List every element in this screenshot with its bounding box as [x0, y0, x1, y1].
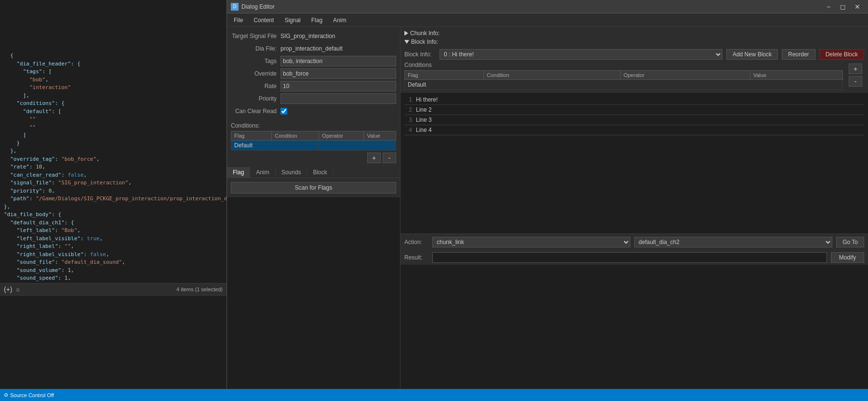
- menu-bar: File Content Signal Flag Anim: [227, 13, 868, 27]
- priority-row: Priority: [231, 93, 396, 104]
- code-editor-panel: { "dia_file_header": { "tags": [ "bob", …: [0, 0, 227, 401]
- priority-input[interactable]: [280, 93, 396, 104]
- tags-input[interactable]: [280, 56, 396, 66]
- signal-editor-panel: Target Signal File SIG_prop_interaction …: [227, 27, 401, 401]
- modify-button[interactable]: Modify: [831, 252, 864, 263]
- scan-for-flags-button[interactable]: Scan for Flags: [231, 182, 396, 194]
- chunk-info-header[interactable]: Chunk Info:: [404, 30, 864, 37]
- code-line: },: [4, 147, 223, 155]
- block-info-row: Block Info: 0 : Hi there! Add New Block …: [404, 47, 864, 62]
- can-clear-read-label: Can Clear Read: [231, 108, 277, 115]
- goto-button[interactable]: Go To: [836, 237, 864, 247]
- right-pm-buttons: + -: [847, 62, 864, 89]
- line-number-3: 3: [404, 116, 412, 123]
- result-input[interactable]: [432, 252, 827, 263]
- code-line: "bob",: [4, 76, 223, 84]
- can-clear-read-checkbox[interactable]: [280, 108, 287, 115]
- tab-sounds[interactable]: Sounds: [276, 167, 307, 178]
- right-col-flag: Flag: [405, 71, 484, 80]
- menu-signal[interactable]: Signal: [280, 15, 305, 26]
- action-target-select[interactable]: default_dia_ch2: [634, 237, 832, 247]
- action-row: Action: chunk_link default_dia_ch2 Go To: [401, 233, 868, 250]
- rate-input[interactable]: [280, 81, 396, 91]
- block-info-field-label: Block Info:: [404, 51, 436, 58]
- code-line: "dia_file_body": {: [4, 211, 223, 219]
- source-control-item[interactable]: ⊘ Source Control Off: [4, 392, 54, 398]
- sub-tabs: Flag Anim Sounds Block: [227, 167, 400, 178]
- dialog-icon-symbol: D: [233, 4, 236, 9]
- code-line: "left_label_visible": true,: [4, 235, 223, 243]
- tab-block[interactable]: Block: [307, 167, 333, 178]
- block-info-label: Block Info:: [411, 39, 438, 45]
- tab-anim[interactable]: Anim: [250, 167, 275, 178]
- code-line: "default": [: [4, 108, 223, 116]
- dialog-line-4[interactable]: 4 Line 4: [404, 125, 864, 135]
- tab-flag[interactable]: Flag: [227, 167, 250, 178]
- col-flag: Flag: [231, 131, 272, 141]
- override-input[interactable]: [280, 68, 396, 79]
- tags-label: Tags: [231, 58, 277, 65]
- row-operator: [319, 141, 364, 151]
- bottom-toolbar-plus[interactable]: (+): [4, 285, 13, 293]
- menu-content[interactable]: Content: [249, 15, 279, 26]
- override-label: Override: [231, 70, 277, 77]
- override-row: Override: [231, 68, 396, 79]
- action-type-select[interactable]: chunk_link: [432, 237, 630, 247]
- dialog-line-2[interactable]: 2 Line 2: [404, 105, 864, 115]
- dialog-main-content: Target Signal File SIG_prop_interaction …: [227, 27, 868, 401]
- col-condition: Condition: [272, 131, 319, 141]
- conditions-table-container: Flag Condition Operator Value Default: [227, 131, 400, 151]
- signal-editor-empty-area: [227, 197, 400, 401]
- code-line: "default_dia_ch1": {: [4, 219, 223, 227]
- bottom-toolbar-icon[interactable]: ⌂: [16, 286, 20, 293]
- code-line: "priority": 0,: [4, 187, 223, 195]
- code-line: "sound_speed": 1,: [4, 274, 223, 283]
- add-new-block-button[interactable]: Add New Block: [726, 49, 778, 60]
- line-number-2: 2: [404, 106, 412, 113]
- block-info-select[interactable]: 0 : Hi there!: [440, 49, 722, 60]
- line-text-2: Line 2: [416, 106, 432, 113]
- delete-block-button[interactable]: Delete Block: [819, 49, 864, 60]
- minimize-button[interactable]: −: [822, 1, 835, 12]
- code-line: "right_label_visible": false,: [4, 251, 223, 259]
- menu-flag[interactable]: Flag: [307, 15, 327, 26]
- line-number-4: 4: [404, 127, 412, 133]
- code-line: "": [4, 124, 223, 132]
- dialog-line-3[interactable]: 3 Line 3: [404, 115, 864, 125]
- code-line: "conditions": {: [4, 100, 223, 108]
- reorder-button[interactable]: Reorder: [782, 49, 815, 60]
- rate-row: Rate: [231, 81, 396, 91]
- target-signal-label: Target Signal File: [231, 33, 277, 39]
- close-button[interactable]: ✕: [851, 1, 864, 12]
- block-info-header[interactable]: Block Info:: [404, 39, 864, 45]
- remove-condition-button[interactable]: -: [383, 153, 396, 163]
- code-line: "override_tag": "bob_force",: [4, 155, 223, 164]
- dialog-titlebar: D Dialog Editor − ◻ ✕: [227, 0, 868, 13]
- code-line: ]: [4, 131, 223, 140]
- code-line: "path": "/Game/Dialogs/SIG_PCKGE_prop_in…: [4, 195, 223, 203]
- block-info-triangle: [404, 40, 409, 44]
- row-value: [364, 141, 396, 151]
- right-col-condition: Condition: [484, 71, 621, 80]
- row-flag: Default: [231, 141, 272, 151]
- add-condition-button[interactable]: +: [367, 153, 381, 163]
- right-conditions-table-area: Conditions Flag Condition Operator Value: [404, 62, 843, 90]
- target-signal-value: SIG_prop_interaction: [280, 33, 396, 39]
- right-conditions-default-row[interactable]: Default: [405, 80, 843, 90]
- menu-anim[interactable]: Anim: [328, 15, 351, 26]
- code-editor[interactable]: { "dia_file_header": { "tags": [ "bob", …: [0, 48, 227, 294]
- col-value: Value: [364, 131, 396, 141]
- right-conditions-label: Conditions: [404, 62, 843, 68]
- code-line: "sound_file": "default_dia_sound",: [4, 259, 223, 267]
- right-remove-button[interactable]: -: [849, 76, 862, 87]
- table-row[interactable]: Default: [231, 141, 396, 151]
- restore-button[interactable]: ◻: [836, 1, 850, 12]
- dia-file-value: prop_interaction_default: [280, 45, 396, 52]
- right-add-button[interactable]: +: [849, 64, 862, 74]
- right-conditions-table: Flag Condition Operator Value Default: [404, 70, 843, 90]
- menu-file[interactable]: File: [229, 15, 248, 26]
- line-text-3: Line 3: [416, 116, 432, 123]
- right-row-default: Default: [405, 80, 843, 90]
- signal-form: Target Signal File SIG_prop_interaction …: [227, 27, 400, 120]
- dialog-line-1[interactable]: 1 Hi there!: [404, 95, 864, 105]
